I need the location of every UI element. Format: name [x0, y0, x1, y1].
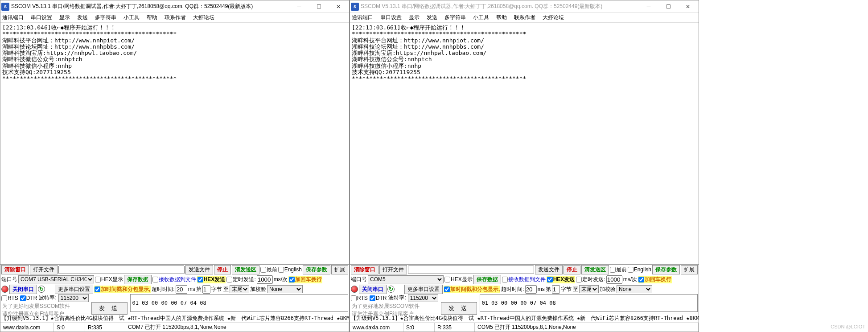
- menu-multi[interactable]: 多字符串: [444, 14, 466, 21]
- close-port-button[interactable]: 关闭串口: [359, 285, 387, 294]
- menu-tools[interactable]: 小工具: [123, 14, 140, 21]
- menubar: 通讯端口 串口设置 显示 发送 多字符串 小工具 帮助 联系作者 大虾论坛: [350, 13, 699, 23]
- close-button[interactable]: ✕: [329, 0, 348, 13]
- english-checkbox[interactable]: English: [278, 266, 302, 273]
- send-buffer[interactable]: [130, 294, 348, 312]
- close-port-button[interactable]: 关闭串口: [9, 285, 37, 294]
- interval-field[interactable]: [257, 275, 273, 284]
- clear-send-button[interactable]: 清发送区: [581, 265, 609, 274]
- titlebar[interactable]: S SSCOM V5.13.1 串口/网络数据调试器,作者:大虾丁丁,26180…: [0, 0, 349, 13]
- save-config-button[interactable]: 保存参数: [652, 265, 680, 274]
- timed-send-checkbox[interactable]: 定时发送:: [226, 276, 255, 283]
- timeout-field[interactable]: [176, 285, 187, 294]
- recv-to-file-checkbox[interactable]: 接收数据到文件: [152, 276, 196, 283]
- extend-button[interactable]: 扩展: [331, 265, 348, 274]
- minimize-button[interactable]: ─: [639, 0, 658, 13]
- menu-display[interactable]: 显示: [409, 14, 420, 21]
- stop-button[interactable]: 停止: [214, 265, 231, 274]
- add-cr-checkbox[interactable]: 加回车换行: [288, 276, 322, 283]
- menu-forum[interactable]: 大虾论坛: [543, 14, 564, 21]
- save-data-button[interactable]: 保存数据: [124, 275, 152, 284]
- ad-line[interactable]: 【升级到V5.13.1】★合宙高性价比4G模块值得一试 ★RT-Thread中国…: [0, 314, 349, 323]
- clear-window-button[interactable]: 清除窗口: [351, 265, 378, 274]
- refresh-icon[interactable]: ↻: [38, 286, 45, 293]
- rts-checkbox[interactable]: RTS: [351, 294, 368, 302]
- hex-send-checkbox[interactable]: HEX发送: [547, 276, 576, 283]
- stop-button[interactable]: 停止: [564, 265, 580, 274]
- menu-help[interactable]: 帮助: [147, 14, 157, 21]
- menu-multi[interactable]: 多字符串: [95, 14, 116, 21]
- port-select[interactable]: COM5: [368, 275, 444, 283]
- extend-button[interactable]: 扩展: [681, 265, 698, 274]
- timeout-label: 超时时间:: [152, 286, 174, 293]
- maximize-button[interactable]: ☐: [658, 0, 678, 13]
- menu-display[interactable]: 显示: [59, 14, 70, 21]
- open-file-button[interactable]: 打开文件: [379, 265, 407, 274]
- timestamp-checkbox[interactable]: 加时间戳和分包显示,: [94, 286, 151, 293]
- menu-serial[interactable]: 串口设置: [31, 14, 52, 21]
- hex-send-checkbox[interactable]: HEX发送: [197, 276, 226, 283]
- menu-contact[interactable]: 联系作者: [514, 14, 535, 21]
- byte-end-select[interactable]: 末尾: [579, 285, 599, 293]
- port-select[interactable]: COM7 USB-SERIAL CH340: [18, 275, 94, 283]
- english-checkbox[interactable]: English: [628, 266, 651, 273]
- menu-send[interactable]: 发送: [77, 14, 88, 21]
- add-cr-checkbox[interactable]: 加回车换行: [638, 276, 672, 283]
- window-title: SSCOM V5.13.1 串口/网络数据调试器,作者:大虾丁丁,2618058…: [11, 3, 289, 10]
- dtr-checkbox[interactable]: DTR: [20, 294, 37, 302]
- refresh-icon[interactable]: ↻: [387, 286, 395, 293]
- status-site[interactable]: www.daxia.com: [0, 323, 54, 332]
- hex-display-checkbox[interactable]: HEX显示: [95, 276, 123, 283]
- clear-send-button[interactable]: 清发送区: [232, 265, 259, 274]
- interval-field[interactable]: [606, 275, 622, 284]
- app-icon: S: [351, 3, 359, 11]
- timed-send-checkbox[interactable]: 定时发送:: [576, 276, 605, 283]
- close-button[interactable]: ✕: [678, 0, 698, 13]
- maximize-button[interactable]: ☐: [309, 0, 329, 13]
- recv-to-file-checkbox[interactable]: 接收数据到文件: [502, 276, 546, 283]
- menu-comm[interactable]: 通讯端口: [2, 14, 24, 21]
- menu-send[interactable]: 发送: [427, 14, 437, 21]
- more-settings-button[interactable]: 更多串口设置: [55, 285, 93, 294]
- menu-help[interactable]: 帮助: [496, 14, 507, 21]
- byte-from-field[interactable]: [202, 285, 210, 294]
- file-path-field[interactable]: [58, 266, 185, 274]
- clear-window-button[interactable]: 清除窗口: [1, 265, 29, 274]
- baud-select[interactable]: 115200: [58, 294, 89, 302]
- file-path-field[interactable]: [408, 266, 534, 274]
- ad-line[interactable]: 【升级到V5.13.1】★合宙高性价比4G模块值得一试 ★RT-Thread中国…: [350, 314, 699, 323]
- menu-contact[interactable]: 联系作者: [165, 14, 186, 21]
- output-log[interactable]: [22:13:03.661]收←◆程序开始运行！！！ *************…: [350, 23, 699, 264]
- send-file-button[interactable]: 发送文件: [185, 265, 213, 274]
- timeout-field[interactable]: [525, 285, 537, 294]
- topmost-checkbox[interactable]: 最前: [610, 266, 627, 274]
- hex-display-checkbox[interactable]: HEX显示: [444, 276, 473, 283]
- timestamp-checkbox[interactable]: 加时间戳和分包显示,: [444, 286, 500, 293]
- menu-tools[interactable]: 小工具: [473, 14, 489, 21]
- output-log[interactable]: [22:13:03.046]收←◆程序开始运行！！！ *************…: [0, 23, 349, 264]
- status-sent: S:0: [403, 323, 435, 332]
- send-button[interactable]: 发 送: [441, 302, 477, 315]
- rts-checkbox[interactable]: RTS: [1, 294, 18, 302]
- send-buffer[interactable]: [480, 294, 698, 312]
- dtr-checkbox[interactable]: DTR: [370, 294, 387, 302]
- byte-end-select[interactable]: 末尾: [230, 285, 249, 293]
- send-file-button[interactable]: 发送文件: [535, 265, 563, 274]
- checksum-select[interactable]: None: [617, 285, 652, 293]
- open-file-button[interactable]: 打开文件: [30, 265, 58, 274]
- topmost-checkbox[interactable]: 最前: [260, 266, 277, 274]
- save-data-button[interactable]: 保存数据: [473, 275, 501, 284]
- minimize-button[interactable]: ─: [289, 0, 309, 13]
- status-site[interactable]: www.daxia.com: [350, 323, 403, 332]
- titlebar[interactable]: S SSCOM V5.13.1 串口/网络数据调试器,作者:大虾丁丁,26180…: [350, 0, 699, 13]
- save-config-button[interactable]: 保存参数: [303, 265, 330, 274]
- more-settings-button[interactable]: 更多串口设置: [404, 285, 443, 294]
- menu-comm[interactable]: 通讯端口: [352, 14, 373, 21]
- byte-from-field[interactable]: [552, 285, 560, 294]
- checksum-select[interactable]: None: [267, 285, 303, 293]
- send-button[interactable]: 发 送: [91, 302, 128, 315]
- port-status-icon: [351, 286, 358, 293]
- baud-select[interactable]: 115200: [408, 294, 438, 302]
- menu-serial[interactable]: 串口设置: [380, 14, 402, 21]
- menu-forum[interactable]: 大虾论坛: [193, 14, 214, 21]
